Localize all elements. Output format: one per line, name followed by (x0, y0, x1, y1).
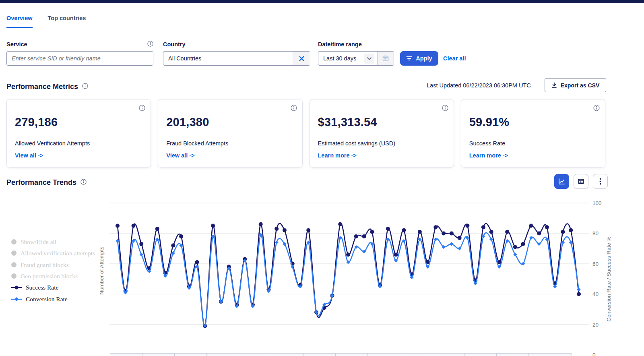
country-filter-group: Country All Countries (163, 41, 310, 66)
chevron-down-icon (367, 57, 372, 60)
learn-more-link[interactable]: Learn more -> (318, 152, 357, 159)
svg-text:80: 80 (592, 230, 599, 236)
line-chart-view-button[interactable] (554, 174, 569, 189)
more-options-button[interactable] (593, 174, 608, 189)
conversion-rate-marker-icon (11, 297, 22, 302)
legend-item-show-hide-all[interactable]: Show/Hide all (11, 238, 56, 245)
calendar-button[interactable] (377, 52, 394, 65)
view-all-link[interactable]: View all -> (166, 152, 194, 159)
apply-button-label: Apply (416, 55, 432, 62)
line-chart-icon (558, 178, 565, 185)
performance-metrics-header: Performance Metrics (6, 83, 88, 91)
performance-trends-title: Performance Trends (6, 178, 76, 187)
export-csv-button[interactable]: Export as CSV (545, 78, 606, 92)
country-selected-value: All Countries (163, 52, 293, 65)
legend-disabled-dot-icon (11, 250, 17, 256)
date-range-filter-group: Date/time range Last 30 days (318, 41, 394, 66)
date-range-chevron[interactable] (364, 54, 374, 64)
card-info-icon[interactable] (139, 105, 145, 113)
tabs-divider (6, 28, 605, 28)
export-csv-label: Export as CSV (561, 82, 599, 89)
last-updated-text: Last Updated 06/22/2023 06:30PM UTC (427, 82, 531, 89)
metric-value: 201,380 (166, 116, 209, 129)
clear-all-link[interactable]: Clear all (443, 55, 466, 62)
metric-cards-row: 279,186 Allowed Verification Attempts Vi… (6, 99, 605, 168)
performance-trends-header: Performance Trends (6, 178, 87, 187)
legend-label: Show/Hide all (21, 238, 56, 246)
left-axis-title: Number of Attempts (99, 246, 105, 294)
chart-horizontal-scrollbar[interactable] (110, 353, 572, 356)
metric-label: Allowed Verification Attempts (15, 140, 90, 147)
success-rate-marker-icon (11, 285, 22, 290)
legend-item-geo-permission-blocks[interactable]: Geo permission blocks (11, 273, 78, 279)
tab-overview[interactable]: Overview (6, 15, 33, 28)
legend-label: Success Rate (26, 284, 58, 291)
filter-icon (406, 56, 412, 61)
metric-label: Success Rate (469, 140, 505, 147)
date-range-control: Last 30 days (318, 51, 394, 66)
kebab-menu-icon (599, 178, 601, 185)
svg-text:60: 60 (592, 261, 599, 267)
service-input[interactable] (6, 51, 153, 66)
table-view-button[interactable] (574, 174, 588, 189)
legend-label: Fraud guard blocks (21, 261, 69, 269)
legend-disabled-dot-icon (11, 239, 17, 244)
download-icon (551, 82, 557, 88)
metric-label: Estimated cost savings (USD) (318, 140, 396, 147)
tab-top-countries-label: Top countries (48, 15, 86, 21)
performance-trends-info-icon[interactable] (80, 178, 87, 187)
svg-text:0: 0 (592, 352, 596, 356)
top-navigation-bar (0, 0, 644, 3)
learn-more-link[interactable]: Learn more -> (469, 152, 508, 159)
legend-label: Geo permission blocks (21, 273, 78, 280)
trend-chart-canvas[interactable]: 100806040200 (0, 193, 644, 356)
service-info-icon[interactable] (147, 41, 153, 48)
legend-label: Allowed verification attempts (21, 250, 95, 257)
performance-metrics-info-icon[interactable] (82, 83, 88, 91)
close-icon (299, 56, 304, 61)
legend-item-success-rate[interactable]: Success Rate (11, 284, 58, 291)
metric-card-allowed-attempts: 279,186 Allowed Verification Attempts Vi… (6, 99, 151, 168)
svg-text:40: 40 (592, 291, 599, 297)
right-axis-title: Conversion Rate / Success Rate % (606, 237, 612, 322)
table-icon (578, 178, 584, 185)
country-label: Country (163, 41, 186, 48)
svg-text:20: 20 (592, 322, 599, 328)
metric-value: 279,186 (15, 116, 58, 129)
service-label: Service (6, 41, 27, 48)
metric-value: $31,313.54 (318, 116, 377, 129)
card-info-icon[interactable] (593, 105, 600, 113)
card-info-icon[interactable] (442, 105, 448, 113)
date-range-select[interactable]: Last 30 days (318, 52, 377, 65)
svg-text:100: 100 (592, 200, 602, 206)
legend-item-allowed-verification-attempts[interactable]: Allowed verification attempts (11, 250, 95, 257)
date-range-label: Date/time range (318, 41, 362, 48)
chart-view-toggle-group (554, 174, 608, 189)
view-all-link[interactable]: View all -> (15, 152, 43, 159)
card-info-icon[interactable] (291, 105, 297, 113)
metric-card-cost-savings: $31,313.54 Estimated cost savings (USD) … (310, 99, 454, 168)
tab-top-countries[interactable]: Top countries (48, 15, 86, 28)
metric-value: 59.91% (469, 116, 510, 129)
service-filter-group: Service (6, 41, 153, 66)
metric-label: Fraud Blocked Attempts (166, 140, 228, 147)
tab-overview-label: Overview (6, 15, 33, 21)
tab-bar: Overview Top countries (6, 15, 86, 28)
performance-metrics-title: Performance Metrics (6, 83, 78, 91)
country-clear-button[interactable] (293, 52, 310, 65)
performance-trends-chart: 100806040200 Show/Hide all Allowed verif… (0, 193, 644, 356)
metric-card-fraud-blocked: 201,380 Fraud Blocked Attempts View all … (158, 99, 302, 168)
legend-label: Conversion Rate (26, 296, 68, 303)
metric-card-success-rate: 59.91% Success Rate Learn more -> (461, 99, 605, 168)
legend-disabled-dot-icon (11, 262, 17, 267)
apply-button[interactable]: Apply (400, 51, 438, 66)
legend-disabled-dot-icon (11, 273, 17, 279)
date-range-value: Last 30 days (323, 55, 356, 62)
legend-item-conversion-rate[interactable]: Conversion Rate (11, 296, 68, 302)
legend-item-fraud-guard-blocks[interactable]: Fraud guard blocks (11, 261, 69, 268)
calendar-icon (382, 55, 389, 62)
country-select[interactable]: All Countries (163, 51, 310, 66)
